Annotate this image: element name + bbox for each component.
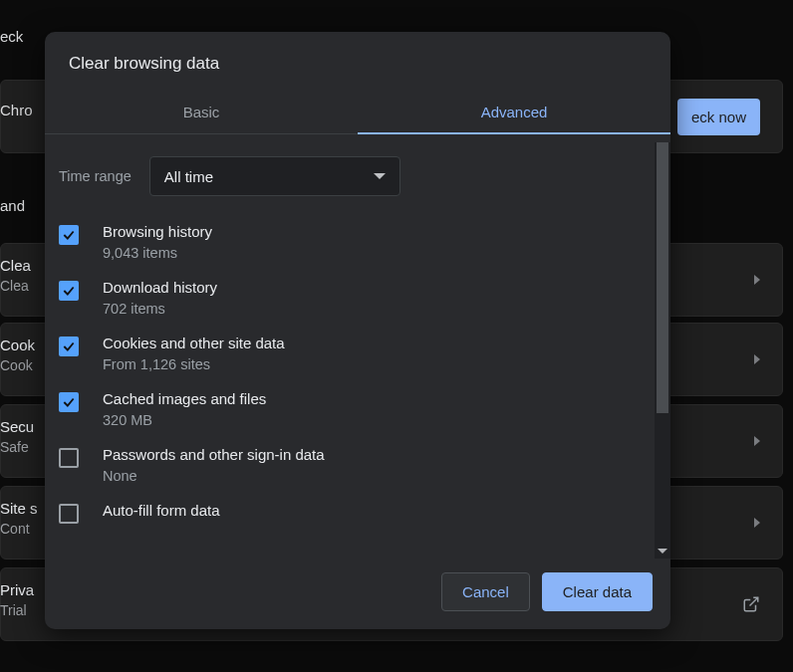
time-range-value: All time xyxy=(164,168,213,185)
item-subtitle: None xyxy=(103,468,325,484)
checkbox[interactable] xyxy=(59,281,79,301)
clear-data-item[interactable]: Auto-fill form data xyxy=(59,493,645,533)
clear-browsing-data-dialog: Clear browsing data Basic Advanced Time … xyxy=(45,32,670,629)
item-title: Browsing history xyxy=(103,223,212,240)
item-title: Cookies and other site data xyxy=(103,335,285,351)
clear-data-item[interactable]: Cookies and other site dataFrom 1,126 si… xyxy=(59,326,645,381)
item-subtitle: 702 items xyxy=(103,301,217,317)
clear-data-item[interactable]: Download history702 items xyxy=(59,270,645,326)
tab-advanced[interactable]: Advanced xyxy=(358,92,670,134)
item-title: Auto-fill form data xyxy=(103,502,220,519)
clear-data-item[interactable]: Cached images and files320 MB xyxy=(59,381,645,437)
time-range-select[interactable]: All time xyxy=(149,156,400,196)
checkbox[interactable] xyxy=(59,392,79,412)
time-range-label: Time range xyxy=(59,168,132,184)
checkbox[interactable] xyxy=(59,225,79,245)
cancel-button[interactable]: Cancel xyxy=(441,572,530,611)
dialog-scroll-area: Time range All time Browsing history9,04… xyxy=(45,134,670,559)
item-title: Passwords and other sign-in data xyxy=(103,446,325,463)
item-subtitle: 320 MB xyxy=(103,412,266,428)
clear-data-button[interactable]: Clear data xyxy=(542,572,653,611)
scrollbar-thumb[interactable] xyxy=(657,142,668,413)
scrollbar-track[interactable] xyxy=(655,142,670,559)
clear-data-item[interactable]: Browsing history9,043 items xyxy=(59,214,645,270)
item-title: Cached images and files xyxy=(103,390,266,407)
checkbox[interactable] xyxy=(59,448,79,468)
arrow-down-icon xyxy=(658,549,667,554)
dialog-footer: Cancel Clear data xyxy=(45,559,670,629)
time-range-row: Time range All time xyxy=(59,154,645,214)
caret-down-icon xyxy=(374,173,386,179)
tab-bar: Basic Advanced xyxy=(45,92,670,134)
item-title: Download history xyxy=(103,279,217,296)
dialog-title: Clear browsing data xyxy=(45,32,670,92)
item-subtitle: From 1,126 sites xyxy=(103,356,285,372)
checkbox[interactable] xyxy=(59,504,79,524)
checkbox[interactable] xyxy=(59,336,79,356)
scrollbar-down-button[interactable] xyxy=(655,543,670,559)
tab-basic[interactable]: Basic xyxy=(45,92,358,134)
clear-data-item[interactable]: Passwords and other sign-in dataNone xyxy=(59,437,645,493)
item-subtitle: 9,043 items xyxy=(103,245,212,261)
